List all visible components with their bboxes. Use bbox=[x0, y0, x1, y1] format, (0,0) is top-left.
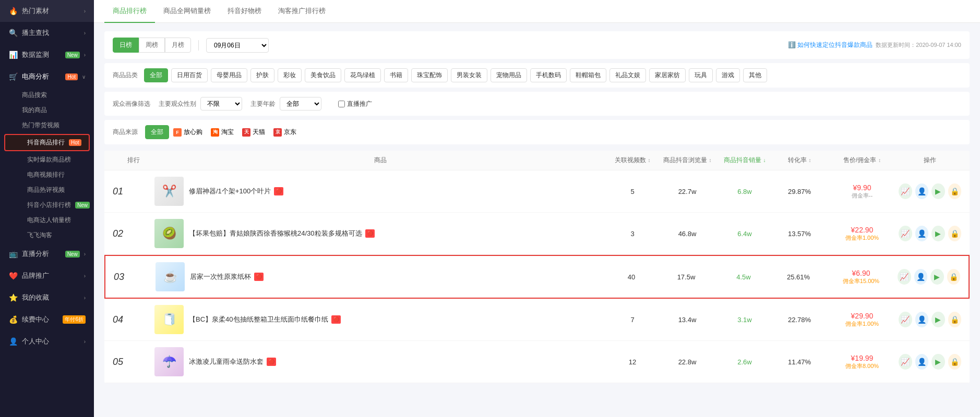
videos-05: 12 bbox=[606, 358, 659, 366]
tab-product-rank[interactable]: 商品排行榜 bbox=[104, 0, 155, 23]
sidebar-item-personal[interactable]: 👤 个人中心 › bbox=[0, 330, 94, 352]
live-checkbox[interactable] bbox=[338, 101, 345, 107]
sidebar-sub-my-products[interactable]: 我的商品 bbox=[0, 103, 94, 118]
sidebar-item-ecommerce-analysis[interactable]: 🛒 电商分析 Hot ∨ bbox=[0, 66, 94, 88]
sidebar-label: 电商分析 bbox=[22, 72, 59, 81]
play-btn-03[interactable]: ▶ bbox=[930, 269, 944, 285]
hot-badge: Hot bbox=[65, 73, 78, 80]
cat-btn-maternal[interactable]: 母婴用品 bbox=[211, 68, 247, 82]
cat-btn-digital[interactable]: 手机数码 bbox=[530, 68, 567, 82]
action-btns-04: 📈 👤 ▶ 🔒 bbox=[899, 312, 961, 327]
product-cell-5: ☂️ 冰激凌儿童雨伞送防水套 🔴 bbox=[154, 347, 606, 376]
header-conversion[interactable]: 转化率↕ bbox=[773, 156, 826, 165]
sales-02: 6.4w bbox=[716, 230, 773, 238]
user-btn-01[interactable]: 👤 bbox=[915, 183, 929, 199]
header-sales[interactable]: 商品抖音销量↓ bbox=[716, 156, 773, 165]
btn-weekly[interactable]: 周榜 bbox=[139, 38, 165, 53]
table-row: 02 🥝 【坏果包赔】青姑娘陕西徐香猕猴桃24/30粒装多规格可选 🔴 3 46… bbox=[104, 213, 970, 255]
cat-btn-plant[interactable]: 花鸟绿植 bbox=[344, 68, 381, 82]
chart-btn-05[interactable]: 📈 bbox=[899, 354, 912, 370]
chart-btn-03[interactable]: 📈 bbox=[898, 269, 911, 285]
cat-btn-home[interactable]: 家居家纺 bbox=[649, 68, 686, 82]
sidebar-sub-douyin-shop[interactable]: 抖音小店排行榜 New bbox=[0, 198, 94, 213]
cat-btn-books[interactable]: 书籍 bbox=[384, 68, 408, 82]
sidebar-sub-douyin-rank[interactable]: 抖音商品排行 Hot bbox=[5, 135, 89, 150]
tab-douyin-hot[interactable]: 抖音好物榜 bbox=[219, 0, 270, 23]
sidebar-item-brand[interactable]: ❤️ 品牌推广 › bbox=[0, 265, 94, 287]
product-name-1[interactable]: 修眉神器/1个架+100个叶片 🔴 bbox=[189, 187, 283, 196]
header-price[interactable]: 售价/佣金率↕ bbox=[826, 156, 899, 165]
source-btn-all[interactable]: 全部 bbox=[145, 125, 169, 139]
user-btn-04[interactable]: 👤 bbox=[915, 312, 929, 327]
fire-icon: 🔥 bbox=[8, 6, 18, 16]
play-btn-02[interactable]: ▶ bbox=[931, 226, 945, 241]
gender-select[interactable]: 不限 bbox=[200, 97, 242, 111]
cat-btn-makeup[interactable]: 彩妆 bbox=[278, 68, 302, 82]
cat-btn-pet[interactable]: 宠物用品 bbox=[491, 68, 527, 82]
cat-btn-skincare[interactable]: 护肤 bbox=[250, 68, 274, 82]
live-checkbox-label[interactable]: 直播推广 bbox=[338, 100, 372, 108]
cat-btn-other[interactable]: 其他 bbox=[743, 68, 767, 82]
date-select[interactable]: 09月06日 bbox=[206, 38, 269, 53]
header-views[interactable]: 商品抖音浏览量↕ bbox=[659, 156, 716, 165]
sidebar-sub-hot-videos[interactable]: 热门带货视频 bbox=[0, 118, 94, 133]
chart-btn-02[interactable]: 📈 bbox=[899, 226, 912, 241]
cat-btn-luggage[interactable]: 鞋帽箱包 bbox=[570, 68, 606, 82]
chart-btn-04[interactable]: 📈 bbox=[899, 312, 912, 327]
cat-btn-gifts[interactable]: 礼品文娱 bbox=[609, 68, 646, 82]
lock-btn-05[interactable]: 🔒 bbox=[948, 354, 962, 370]
price-main-02: ¥22.90 bbox=[826, 226, 899, 234]
play-btn-01[interactable]: ▶ bbox=[931, 183, 945, 199]
source-jingdong[interactable]: 京 京东 bbox=[273, 128, 296, 137]
header-videos[interactable]: 关联视频数↕ bbox=[606, 156, 659, 165]
source-tmall[interactable]: 天 天猫 bbox=[242, 128, 265, 137]
sidebar-label: 热门素材 bbox=[22, 6, 80, 16]
product-name-2[interactable]: 【坏果包赔】青姑娘陕西徐香猕猴桃24/30粒装多规格可选 🔴 bbox=[189, 229, 375, 238]
views-03: 17.5w bbox=[658, 273, 715, 281]
play-btn-05[interactable]: ▶ bbox=[931, 354, 945, 370]
sidebar-item-streamer-search[interactable]: 🔍 播主查找 › bbox=[0, 22, 94, 44]
cat-btn-games[interactable]: 游戏 bbox=[716, 68, 740, 82]
source-taobao[interactable]: 淘 淘宝 bbox=[211, 128, 234, 137]
cat-btn-clothing[interactable]: 男装女装 bbox=[451, 68, 487, 82]
sidebar-sub-realtime-rank[interactable]: 实时爆款商品榜 bbox=[0, 152, 94, 167]
cat-btn-all[interactable]: 全部 bbox=[144, 68, 168, 82]
chart-btn-01[interactable]: 📈 bbox=[899, 183, 912, 199]
sidebar-item-favorites[interactable]: ⭐ 我的收藏 › bbox=[0, 287, 94, 309]
sidebar-item-data-monitor[interactable]: 📊 数据监测 New › bbox=[0, 44, 94, 66]
sidebar-sub-ecommerce-video[interactable]: 电商视频排行 bbox=[0, 167, 94, 182]
cat-btn-daily[interactable]: 日用百货 bbox=[171, 68, 208, 82]
lock-btn-01[interactable]: 🔒 bbox=[948, 183, 962, 199]
help-link[interactable]: ℹ️ 如何快速定位抖音爆款商品 bbox=[788, 41, 873, 50]
sidebar-sub-product-review[interactable]: 商品热评视频 bbox=[0, 182, 94, 198]
main-content: 商品排行榜 商品全网销量榜 抖音好物榜 淘客推广排行榜 日榜 周榜 月榜 09月… bbox=[94, 0, 980, 417]
sidebar-sub-product-search[interactable]: 商品搜索 bbox=[0, 88, 94, 103]
tab-taoke-rank[interactable]: 淘客推广排行榜 bbox=[270, 0, 334, 23]
sidebar-item-live-analysis[interactable]: 📺 直播分析 New › bbox=[0, 243, 94, 265]
sidebar-item-rewards[interactable]: 💰 续费中心 年付6折 bbox=[0, 309, 94, 330]
views-01: 22.7w bbox=[659, 188, 716, 195]
sidebar-sub-ecommerce-kol[interactable]: 电商达人销量榜 bbox=[0, 213, 94, 228]
cat-btn-food[interactable]: 美食饮品 bbox=[305, 68, 341, 82]
user-btn-03[interactable]: 👤 bbox=[914, 269, 928, 285]
sidebar-item-hot-material[interactable]: 🔥 热门素材 › bbox=[0, 0, 94, 22]
lock-btn-02[interactable]: 🔒 bbox=[948, 226, 962, 241]
user-btn-02[interactable]: 👤 bbox=[915, 226, 929, 241]
product-name-3[interactable]: 居家一次性原浆纸杯 🔴 bbox=[190, 272, 264, 281]
fangxin-icon: F bbox=[173, 128, 182, 137]
lock-btn-03[interactable]: 🔒 bbox=[947, 269, 961, 285]
product-name-5[interactable]: 冰激凌儿童雨伞送防水套 🔴 bbox=[189, 357, 276, 366]
play-btn-04[interactable]: ▶ bbox=[931, 312, 945, 327]
source-fangxin[interactable]: F 放心购 bbox=[173, 128, 202, 137]
lock-btn-04[interactable]: 🔒 bbox=[948, 312, 962, 327]
btn-daily[interactable]: 日榜 bbox=[113, 38, 139, 53]
cat-btn-jewelry[interactable]: 珠宝配饰 bbox=[411, 68, 448, 82]
sidebar-sub-feifei[interactable]: 飞飞淘客 bbox=[0, 228, 94, 243]
product-name-4[interactable]: 【BC】泉柔40包抽纸整箱卫生纸面巾纸餐巾纸 🔴 bbox=[189, 315, 341, 324]
user-btn-05[interactable]: 👤 bbox=[915, 354, 929, 370]
shop-icon: 🛒 bbox=[8, 72, 18, 81]
btn-monthly[interactable]: 月榜 bbox=[165, 38, 191, 53]
tab-product-online-rank[interactable]: 商品全网销量榜 bbox=[155, 0, 219, 23]
cat-btn-toys[interactable]: 玩具 bbox=[689, 68, 713, 82]
age-select[interactable]: 全部 bbox=[280, 97, 321, 111]
